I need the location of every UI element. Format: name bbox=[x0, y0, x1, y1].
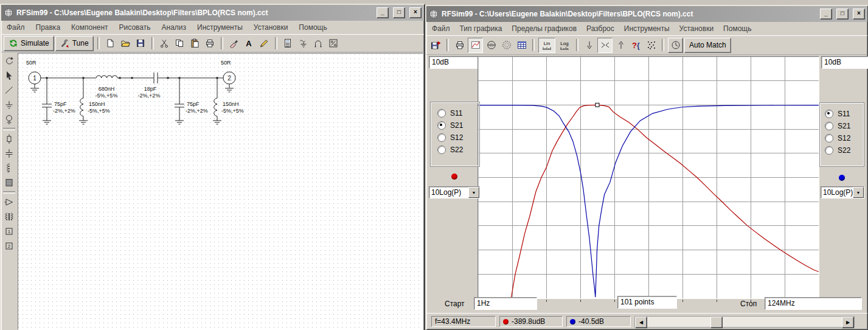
left-format-dropdown[interactable]: 10Log(P) ▼ bbox=[429, 186, 480, 198]
left-scale-input[interactable]: 10dB bbox=[429, 56, 483, 69]
autoscale-button[interactable] bbox=[597, 38, 613, 53]
copy-button[interactable] bbox=[173, 37, 187, 51]
radio-s21[interactable]: S21 bbox=[820, 120, 864, 132]
minimize-button[interactable]: _ bbox=[377, 7, 389, 18]
source-button[interactable] bbox=[2, 112, 16, 127]
simulate-button[interactable]: Simulate bbox=[4, 36, 54, 51]
menu-analysis[interactable]: Анализ bbox=[162, 23, 187, 32]
scroll-left-button[interactable]: ◀ bbox=[635, 317, 647, 328]
port1-button[interactable]: 1 bbox=[2, 224, 16, 239]
menu-graph-limits[interactable]: Пределы графиков bbox=[512, 24, 577, 33]
query-values-button[interactable]: ?{ bbox=[629, 38, 643, 52]
text-icon: A bbox=[244, 38, 254, 48]
source-ground-button[interactable] bbox=[296, 37, 310, 51]
match-button[interactable] bbox=[668, 38, 683, 53]
paste-button[interactable] bbox=[188, 37, 202, 51]
erase-button[interactable] bbox=[227, 37, 241, 51]
menu-component[interactable]: Компонент bbox=[71, 23, 108, 32]
points-input[interactable]: 101 points bbox=[617, 296, 677, 309]
log-scale-button[interactable]: Log bbox=[557, 38, 572, 52]
schematic-canvas[interactable]: 1 2 50R 50R 680nH -5%,+5% 18pF -2%,+2% 7… bbox=[18, 53, 423, 330]
maximize-button[interactable]: □ bbox=[836, 9, 849, 19]
menu-settings[interactable]: Установки bbox=[254, 23, 288, 32]
close-button[interactable]: × bbox=[853, 9, 865, 19]
left-trace-color-dot bbox=[451, 174, 457, 180]
right-scale-input[interactable]: 10dB bbox=[821, 56, 868, 69]
linear-scale-button[interactable]: Lin bbox=[538, 38, 555, 53]
sparameter-plot[interactable] bbox=[477, 56, 819, 299]
menu-file[interactable]: Файл bbox=[432, 24, 450, 33]
blue-trace-value: -40.5dB bbox=[578, 317, 604, 326]
export-button[interactable] bbox=[429, 38, 443, 52]
rect-graph-button[interactable] bbox=[468, 38, 483, 53]
blue-dot-icon bbox=[570, 319, 575, 325]
port2-button[interactable]: 2 bbox=[2, 239, 16, 253]
radio-s12[interactable]: S12 bbox=[820, 132, 864, 144]
tolerance-button[interactable] bbox=[327, 37, 341, 51]
auto-match-button[interactable]: Auto Match bbox=[684, 38, 731, 53]
resistor-button[interactable] bbox=[2, 132, 16, 146]
transformer-button[interactable] bbox=[2, 209, 16, 224]
radio-s22[interactable]: S22 bbox=[431, 144, 479, 156]
radio-s11[interactable]: S11 bbox=[820, 108, 864, 120]
pencil-button[interactable] bbox=[257, 37, 271, 51]
menu-draw[interactable]: Рисовать bbox=[119, 23, 151, 32]
radio-s21[interactable]: S21 bbox=[431, 119, 479, 132]
radio-s11[interactable]: S11 bbox=[431, 107, 479, 119]
rotate-button[interactable] bbox=[2, 54, 16, 68]
scrollbar-track[interactable] bbox=[647, 317, 842, 327]
start-freq-input[interactable]: 1Hz bbox=[474, 297, 537, 310]
menu-tools[interactable]: Инструменты bbox=[624, 24, 670, 33]
toolbar-separator bbox=[97, 37, 100, 49]
close-button[interactable]: × bbox=[409, 7, 422, 18]
amplifier-button[interactable] bbox=[2, 195, 16, 209]
polar-chart-button[interactable] bbox=[499, 38, 513, 52]
menu-tools[interactable]: Инструменты bbox=[197, 23, 243, 32]
maximize-button[interactable]: □ bbox=[393, 7, 405, 18]
open-button[interactable] bbox=[119, 37, 133, 51]
smith-chart-button[interactable] bbox=[484, 38, 498, 52]
minimize-button[interactable]: _ bbox=[820, 9, 832, 19]
marker-scrollbar[interactable]: ◀ ▶ bbox=[634, 316, 855, 328]
new-button[interactable] bbox=[103, 37, 117, 51]
radio-s12[interactable]: S12 bbox=[431, 132, 479, 144]
print-button[interactable] bbox=[453, 38, 467, 52]
menu-file[interactable]: Файл bbox=[7, 23, 25, 32]
cut-button[interactable] bbox=[158, 37, 172, 51]
table-button[interactable] bbox=[515, 38, 529, 52]
scale-down-button[interactable] bbox=[582, 38, 596, 52]
menu-help[interactable]: Помощь bbox=[299, 23, 327, 32]
menu-settings[interactable]: Установки bbox=[679, 24, 713, 33]
title-bar[interactable]: RFSim99 - C:\Users\Eugene Balakin\Deskto… bbox=[1, 5, 424, 21]
stop-freq-input[interactable]: 124MHz bbox=[765, 297, 862, 310]
radio-s22[interactable]: S22 bbox=[820, 144, 864, 156]
menu-spread[interactable]: Разброс bbox=[586, 24, 614, 33]
chevron-down-icon[interactable]: ▼ bbox=[468, 187, 479, 198]
text-button[interactable]: A bbox=[242, 37, 256, 51]
menu-bar: Файл Правка Компонент Рисовать Анализ Ин… bbox=[1, 21, 424, 34]
menu-graph-type[interactable]: Тип графика bbox=[460, 24, 502, 33]
scale-up-button[interactable] bbox=[614, 38, 628, 52]
print-button[interactable] bbox=[203, 37, 217, 51]
inductor-button[interactable] bbox=[2, 161, 16, 175]
scrollbar-thumb[interactable] bbox=[710, 317, 723, 328]
save-button[interactable] bbox=[134, 37, 148, 51]
title-bar[interactable]: RFSim99 - C:\Users\Eugene Balakin\Deskto… bbox=[426, 6, 867, 22]
right-trace-group: S11 S21 S12 S22 bbox=[819, 102, 864, 167]
ground-button[interactable] bbox=[2, 97, 16, 112]
pointer-button[interactable] bbox=[2, 68, 16, 83]
chevron-down-icon[interactable]: ▼ bbox=[853, 187, 864, 198]
menu-help[interactable]: Помощь bbox=[723, 24, 751, 33]
calculator-button[interactable] bbox=[281, 37, 295, 51]
spread-analysis-button[interactable] bbox=[644, 38, 658, 52]
tune-button[interactable]: Tune bbox=[55, 36, 94, 51]
crystal-button[interactable] bbox=[2, 175, 16, 190]
simulate-icon bbox=[9, 38, 18, 48]
right-format-dropdown[interactable]: 10Log(P) ▼ bbox=[821, 186, 864, 198]
rotate-icon bbox=[4, 55, 15, 66]
menu-edit[interactable]: Правка bbox=[36, 23, 61, 32]
wire-button[interactable] bbox=[2, 83, 16, 97]
capacitor-button[interactable] bbox=[2, 146, 16, 161]
coupler-button[interactable] bbox=[311, 37, 325, 51]
scroll-right-button[interactable]: ▶ bbox=[842, 317, 854, 328]
